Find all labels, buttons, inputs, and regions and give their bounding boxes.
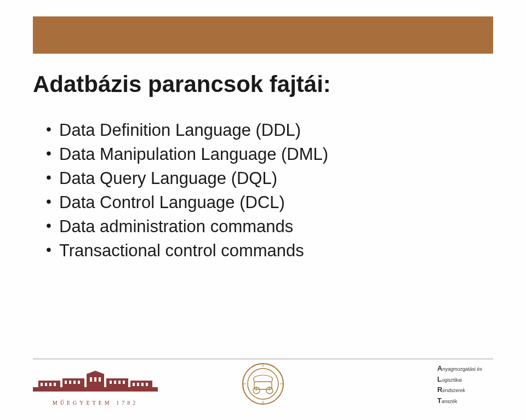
list-item: Data Definition Language (DDL) bbox=[48, 118, 493, 142]
svg-rect-16 bbox=[94, 377, 96, 382]
dept-line: Anyagmozgatási és bbox=[437, 363, 492, 374]
footer-divider bbox=[33, 359, 493, 359]
list-item: Transactional control commands bbox=[48, 239, 493, 263]
svg-rect-19 bbox=[114, 381, 116, 384]
svg-rect-11 bbox=[65, 381, 67, 384]
svg-rect-18 bbox=[110, 381, 112, 384]
svg-rect-14 bbox=[78, 381, 80, 384]
university-logo: MŰEGYETEM 1782 bbox=[33, 371, 158, 405]
university-caption: MŰEGYETEM 1782 bbox=[33, 400, 158, 406]
svg-rect-22 bbox=[133, 383, 135, 386]
list-item: Data Control Language (DCL) bbox=[48, 191, 493, 215]
slide-content: Adatbázis parancsok fajtái: Data Definit… bbox=[33, 71, 493, 263]
svg-rect-9 bbox=[49, 383, 52, 386]
svg-point-26 bbox=[243, 364, 283, 404]
svg-rect-24 bbox=[141, 383, 144, 386]
svg-rect-28 bbox=[254, 382, 272, 389]
svg-rect-7 bbox=[41, 383, 43, 386]
seal-icon bbox=[242, 363, 284, 405]
svg-rect-13 bbox=[73, 381, 76, 384]
svg-rect-12 bbox=[69, 381, 71, 384]
svg-rect-8 bbox=[45, 383, 47, 386]
title-bar bbox=[33, 16, 493, 54]
building-icon bbox=[33, 371, 158, 393]
svg-rect-23 bbox=[137, 383, 139, 386]
dept-line: Logisztikai bbox=[437, 374, 492, 385]
svg-rect-15 bbox=[90, 377, 92, 382]
dept-line: Rendszerek bbox=[437, 384, 492, 395]
list-item: Data Manipulation Language (DML) bbox=[48, 142, 493, 166]
dept-line: Tanszék bbox=[437, 395, 492, 406]
department-text: Anyagmozgatási és Logisztikai Rendszerek… bbox=[437, 363, 492, 406]
seal-logo bbox=[242, 363, 284, 405]
svg-marker-4 bbox=[87, 371, 104, 374]
svg-rect-21 bbox=[123, 381, 125, 384]
svg-rect-17 bbox=[99, 377, 101, 382]
svg-rect-25 bbox=[146, 383, 148, 386]
svg-point-27 bbox=[248, 369, 278, 399]
slide-footer: MŰEGYETEM 1782 Anyagmozgatási és Log bbox=[0, 359, 526, 413]
svg-rect-10 bbox=[54, 383, 56, 386]
list-item: Data administration commands bbox=[48, 215, 493, 239]
slide-title: Adatbázis parancsok fajtái: bbox=[33, 71, 493, 97]
list-item: Data Query Language (DQL) bbox=[48, 166, 493, 191]
svg-rect-20 bbox=[118, 381, 121, 384]
bullet-list: Data Definition Language (DDL) Data Mani… bbox=[33, 118, 493, 263]
